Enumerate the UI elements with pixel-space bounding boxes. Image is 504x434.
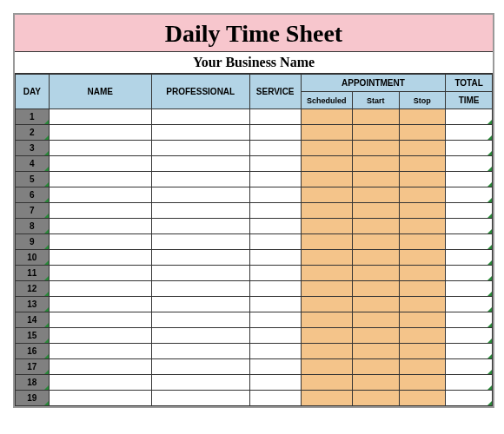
cell-time[interactable] xyxy=(446,359,493,375)
cell-scheduled[interactable] xyxy=(301,312,352,328)
cell-name[interactable] xyxy=(49,312,151,328)
cell-time[interactable] xyxy=(446,203,493,219)
cell-day[interactable]: 11 xyxy=(16,266,50,281)
cell-professional[interactable] xyxy=(151,375,249,391)
cell-stop[interactable] xyxy=(399,219,446,234)
cell-service[interactable] xyxy=(249,281,301,297)
cell-stop[interactable] xyxy=(399,187,446,203)
cell-day[interactable]: 14 xyxy=(16,312,50,328)
cell-stop[interactable] xyxy=(399,141,446,156)
cell-stop[interactable] xyxy=(399,172,446,187)
cell-name[interactable] xyxy=(49,297,151,312)
cell-day[interactable]: 18 xyxy=(16,375,50,391)
cell-professional[interactable] xyxy=(151,219,249,234)
cell-service[interactable] xyxy=(249,266,301,281)
cell-service[interactable] xyxy=(249,203,301,219)
cell-time[interactable] xyxy=(446,375,493,391)
cell-service[interactable] xyxy=(249,156,301,172)
cell-start[interactable] xyxy=(352,266,399,281)
cell-stop[interactable] xyxy=(399,125,446,141)
cell-professional[interactable] xyxy=(151,109,249,125)
cell-day[interactable]: 6 xyxy=(16,187,50,203)
cell-professional[interactable] xyxy=(151,266,249,281)
cell-stop[interactable] xyxy=(399,203,446,219)
cell-start[interactable] xyxy=(352,125,399,141)
cell-time[interactable] xyxy=(446,125,493,141)
cell-service[interactable] xyxy=(249,172,301,187)
cell-name[interactable] xyxy=(49,172,151,187)
cell-name[interactable] xyxy=(49,328,151,344)
cell-name[interactable] xyxy=(49,234,151,250)
cell-start[interactable] xyxy=(352,250,399,266)
cell-start[interactable] xyxy=(352,297,399,312)
cell-start[interactable] xyxy=(352,187,399,203)
cell-name[interactable] xyxy=(49,125,151,141)
cell-professional[interactable] xyxy=(151,125,249,141)
cell-name[interactable] xyxy=(49,141,151,156)
cell-scheduled[interactable] xyxy=(301,281,352,297)
cell-day[interactable]: 1 xyxy=(16,109,50,125)
cell-service[interactable] xyxy=(249,344,301,359)
cell-scheduled[interactable] xyxy=(301,234,352,250)
cell-stop[interactable] xyxy=(399,109,446,125)
cell-scheduled[interactable] xyxy=(301,250,352,266)
cell-scheduled[interactable] xyxy=(301,109,352,125)
cell-service[interactable] xyxy=(249,359,301,375)
cell-professional[interactable] xyxy=(151,141,249,156)
cell-scheduled[interactable] xyxy=(301,172,352,187)
cell-name[interactable] xyxy=(49,219,151,234)
cell-start[interactable] xyxy=(352,391,399,406)
cell-scheduled[interactable] xyxy=(301,125,352,141)
cell-service[interactable] xyxy=(249,391,301,406)
cell-scheduled[interactable] xyxy=(301,156,352,172)
cell-time[interactable] xyxy=(446,219,493,234)
cell-scheduled[interactable] xyxy=(301,187,352,203)
cell-day[interactable]: 8 xyxy=(16,219,50,234)
cell-start[interactable] xyxy=(352,219,399,234)
cell-professional[interactable] xyxy=(151,172,249,187)
cell-service[interactable] xyxy=(249,250,301,266)
cell-service[interactable] xyxy=(249,328,301,344)
cell-stop[interactable] xyxy=(399,344,446,359)
cell-day[interactable]: 13 xyxy=(16,297,50,312)
cell-stop[interactable] xyxy=(399,297,446,312)
cell-name[interactable] xyxy=(49,266,151,281)
cell-start[interactable] xyxy=(352,203,399,219)
cell-professional[interactable] xyxy=(151,328,249,344)
cell-time[interactable] xyxy=(446,391,493,406)
cell-day[interactable]: 16 xyxy=(16,344,50,359)
cell-scheduled[interactable] xyxy=(301,344,352,359)
cell-time[interactable] xyxy=(446,187,493,203)
cell-name[interactable] xyxy=(49,281,151,297)
cell-stop[interactable] xyxy=(399,312,446,328)
cell-stop[interactable] xyxy=(399,359,446,375)
cell-stop[interactable] xyxy=(399,391,446,406)
cell-name[interactable] xyxy=(49,250,151,266)
cell-service[interactable] xyxy=(249,125,301,141)
cell-day[interactable]: 2 xyxy=(16,125,50,141)
cell-scheduled[interactable] xyxy=(301,328,352,344)
cell-scheduled[interactable] xyxy=(301,359,352,375)
cell-name[interactable] xyxy=(49,391,151,406)
cell-day[interactable]: 17 xyxy=(16,359,50,375)
cell-time[interactable] xyxy=(446,234,493,250)
cell-scheduled[interactable] xyxy=(301,297,352,312)
cell-day[interactable]: 5 xyxy=(16,172,50,187)
cell-time[interactable] xyxy=(446,312,493,328)
cell-professional[interactable] xyxy=(151,234,249,250)
cell-stop[interactable] xyxy=(399,375,446,391)
cell-professional[interactable] xyxy=(151,297,249,312)
cell-start[interactable] xyxy=(352,328,399,344)
cell-start[interactable] xyxy=(352,344,399,359)
cell-service[interactable] xyxy=(249,297,301,312)
cell-professional[interactable] xyxy=(151,391,249,406)
cell-name[interactable] xyxy=(49,344,151,359)
cell-service[interactable] xyxy=(249,109,301,125)
cell-service[interactable] xyxy=(249,375,301,391)
cell-professional[interactable] xyxy=(151,281,249,297)
cell-day[interactable]: 10 xyxy=(16,250,50,266)
cell-time[interactable] xyxy=(446,141,493,156)
cell-professional[interactable] xyxy=(151,344,249,359)
cell-professional[interactable] xyxy=(151,250,249,266)
cell-start[interactable] xyxy=(352,312,399,328)
